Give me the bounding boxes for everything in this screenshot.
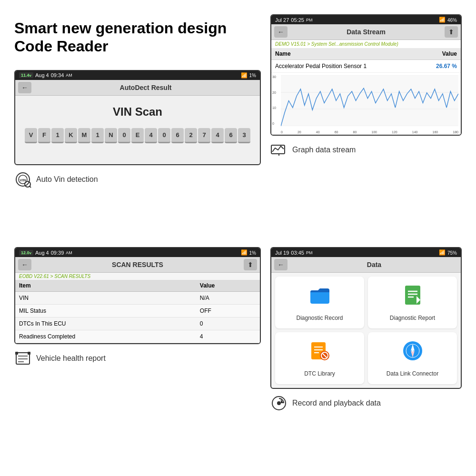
record-feature-label: Record and playback data xyxy=(270,395,462,412)
data-menu-section: Jul 19 03:45 PM 📶 75% ← Data xyxy=(270,247,462,462)
vin-phone-screen: 11.4v Aug 4 09:34 AM 📶 1% ← AutoDect Res… xyxy=(14,70,261,165)
scan-row-item: DTCs In This ECU xyxy=(15,317,196,330)
health-feature-label: Vehicle health report xyxy=(14,350,261,367)
vin-character: 2 xyxy=(185,128,197,143)
scan-back-button[interactable]: ← xyxy=(18,259,31,270)
vin-character: 1 xyxy=(91,128,104,143)
vin-character: F xyxy=(38,128,50,143)
vin-nav-bar: ← AutoDect Result xyxy=(15,80,260,96)
dm-status-bar: Jul 19 03:45 PM 📶 75% xyxy=(271,248,461,257)
scan-result-row: MIL StatusOFF xyxy=(15,305,260,317)
svg-point-39 xyxy=(277,401,281,405)
scan-nav-title: SCAN RESULTS xyxy=(34,261,241,268)
dm-nav-bar: ← Data xyxy=(271,257,461,273)
ds-export-button[interactable]: ⬆ xyxy=(445,26,458,38)
vin-feature-text: Auto Vin detection xyxy=(36,175,98,184)
ds-back-button[interactable]: ← xyxy=(274,26,288,38)
vin-strip: VF1KM1N0E40627463 xyxy=(25,128,250,143)
graph-feature-text: Graph data stream xyxy=(292,146,356,154)
scan-battery-indicator: 1% xyxy=(249,250,256,256)
scan-results-section: 12.0v Aug 4 09:39 AM 📶 1% ← SCAN RESULTS… xyxy=(14,247,261,462)
menu-item-data-link-connector[interactable]: Data Link Connector xyxy=(368,332,457,384)
record-feature-text: Record and playback data xyxy=(292,399,381,407)
ds-battery-indicator: 46% xyxy=(447,17,457,23)
scan-result-row: Readiness Completed4 xyxy=(15,330,260,343)
ds-graph-container: 30 20 10 0 0 20 xyxy=(271,73,461,135)
health-icon xyxy=(14,350,31,367)
ds-breadcrumb: DEMO V15.01 > System Sel...ansmission Co… xyxy=(271,40,461,48)
vin-character: 7 xyxy=(198,128,210,143)
ds-sensor-row: Accelerator Pedal Position Sensor 1 26.6… xyxy=(271,60,461,73)
status-bar-left: 11.4v Aug 4 09:34 AM xyxy=(19,72,72,78)
ds-wifi-icon: 📶 xyxy=(439,17,446,23)
graph-icon xyxy=(270,141,288,159)
scan-results-table: Item Value VINN/AMIL StatusOFFDTCs In Th… xyxy=(15,280,260,343)
scan-row-value: 4 xyxy=(196,330,260,343)
ds-nav-title: Data Stream xyxy=(290,28,442,36)
ds-status-bar: Jul 27 05:25 PM 📶 46% xyxy=(271,15,461,24)
scan-result-row: VINN/A xyxy=(15,292,260,305)
menu-item-diagnostic-report[interactable]: Diagnostic Report xyxy=(368,277,457,328)
vin-character: 4 xyxy=(211,128,224,143)
record-icon xyxy=(270,395,288,412)
scan-nav-bar: ← SCAN RESULTS ⬆ xyxy=(15,257,260,273)
scan-row-value: N/A xyxy=(196,292,260,305)
dtc-library-label: DTC Library xyxy=(304,370,335,377)
back-button[interactable]: ← xyxy=(18,82,31,93)
svg-rect-5 xyxy=(281,75,458,126)
scan-wifi-icon: 📶 xyxy=(241,249,248,256)
ds-y-axis-labels: 30 20 10 0 xyxy=(272,75,276,125)
svg-rect-17 xyxy=(15,352,18,355)
dm-status-left: Jul 19 03:45 PM xyxy=(275,250,312,256)
vin-character: N xyxy=(105,128,117,143)
vin-scan-label: VIN Scan xyxy=(25,105,250,119)
scan-item-header: Item xyxy=(15,280,196,292)
svg-rect-18 xyxy=(28,352,30,355)
vin-character: 6 xyxy=(225,128,237,143)
data-menu-phone-screen: Jul 19 03:45 PM 📶 75% ← Data xyxy=(270,247,462,389)
vin-character: 0 xyxy=(118,128,130,143)
vin-character: K xyxy=(65,128,77,143)
graph-feature-label: Graph data stream xyxy=(270,141,462,159)
scan-export-button[interactable]: ⬆ xyxy=(244,259,257,270)
vin-status-bar: 11.4v Aug 4 09:34 AM 📶 1% xyxy=(15,71,260,80)
scan-result-row: DTCs In This ECU0 xyxy=(15,317,260,330)
scan-row-value: OFF xyxy=(196,305,260,317)
dm-battery-indicator: 75% xyxy=(447,250,457,256)
dm-back-button[interactable]: ← xyxy=(274,259,288,270)
vin-icon: VIN xyxy=(14,171,31,188)
ds-nav-bar: ← Data Stream ⬆ xyxy=(271,24,461,40)
report-icon xyxy=(401,284,424,311)
vin-character: 6 xyxy=(171,128,184,143)
vin-character: E xyxy=(131,128,144,143)
vin-nav-title: AutoDect Result xyxy=(34,84,257,91)
vin-character: M xyxy=(78,128,90,143)
scan-row-item: Readiness Completed xyxy=(15,330,196,343)
ds-sensor-name: Accelerator Pedal Position Sensor 1 xyxy=(271,60,418,73)
svg-rect-13 xyxy=(16,353,30,364)
menu-item-dtc-library[interactable]: DTC Library xyxy=(275,332,364,384)
ds-value-header: Value xyxy=(418,48,461,60)
ds-sensor-value: 26.67 % xyxy=(418,60,461,73)
ds-name-header: Name xyxy=(271,48,418,60)
svg-point-36 xyxy=(412,350,414,352)
compass-icon xyxy=(401,339,424,367)
main-title: Smart new generation design Code Reader xyxy=(14,19,261,56)
data-stream-phone-screen: Jul 27 05:25 PM 📶 46% ← Data Stream ⬆ DE… xyxy=(270,14,462,136)
battery-indicator: 1% xyxy=(249,72,256,78)
folder-icon xyxy=(308,284,331,311)
menu-item-diagnostic-record[interactable]: Diagnostic Record xyxy=(275,277,364,328)
dtc-icon xyxy=(308,339,331,367)
scan-voltage-badge: 12.0v xyxy=(19,250,33,256)
scan-row-item: VIN xyxy=(15,292,196,305)
svg-text:VIN: VIN xyxy=(20,178,26,182)
ds-chart xyxy=(281,75,458,126)
voltage-badge: 11.4v xyxy=(19,72,33,78)
ds-status-right: 📶 46% xyxy=(439,17,457,23)
scan-status-right: 📶 1% xyxy=(241,249,256,256)
scan-phone-screen: 12.0v Aug 4 09:39 AM 📶 1% ← SCAN RESULTS… xyxy=(14,247,261,344)
vin-feature-label: VIN Auto Vin detection xyxy=(14,171,261,188)
scan-status-left: 12.0v Aug 4 09:39 AM xyxy=(19,250,72,256)
heading-section: Smart new generation design Code Reader … xyxy=(14,14,261,238)
svg-line-4 xyxy=(30,186,31,188)
